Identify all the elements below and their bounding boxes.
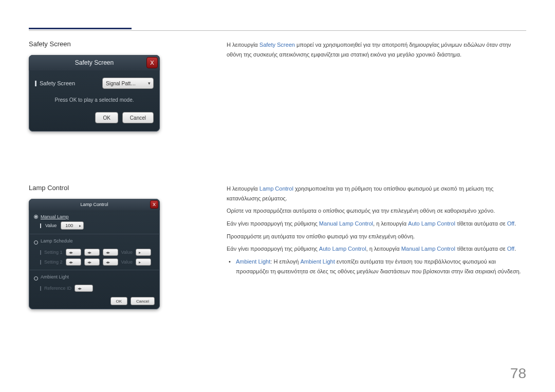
divider: [29, 270, 160, 270]
spinner[interactable]: ◂▸: [84, 258, 100, 266]
reference-id-row: Reference ID ◂▸: [40, 285, 155, 292]
lamp-p5: Εάν γίνει προσαρμογή της ρύθμισης Auto L…: [227, 244, 526, 254]
safety-hint: Press OK to play a selected mode.: [35, 97, 154, 103]
safety-select[interactable]: Signal Patt…: [102, 78, 154, 89]
safety-field-label-text: Safety Screen: [40, 80, 75, 86]
reference-id-label: Reference ID: [44, 286, 71, 291]
header-accent-rule: [29, 28, 132, 29]
off-term: Off: [507, 246, 514, 252]
lamp-p4: Προσαρμόστε μη αυτόματα τον οπίσθιο φωτι…: [227, 232, 526, 241]
spinner[interactable]: ◂▸: [66, 249, 81, 256]
left-column: Safety Screen Safety Screen X Safety Scr…: [29, 40, 160, 132]
safety-window-title: Safety Screen: [75, 59, 114, 66]
radio-on-icon[interactable]: [34, 215, 38, 219]
close-button[interactable]: X: [150, 200, 158, 209]
divider: [29, 234, 160, 234]
safety-buttons: OK Cancel: [35, 112, 154, 126]
safety-window-body: Safety Screen Signal Patt… Press OK to p…: [29, 70, 160, 132]
spinner[interactable]: ◂▸: [103, 249, 118, 256]
safety-description: Η λειτουργία Safety Screen μπορεί να χρη…: [227, 40, 526, 62]
lamp-schedule-label: Lamp Schedule: [41, 238, 73, 244]
value-spinner[interactable]: 100 ▸: [61, 221, 84, 230]
lamp-window-body: Manual Lamp Value 100 ▸ Lamp Schedule: [29, 210, 160, 309]
safety-desc-paragraph: Η λειτουργία Safety Screen μπορεί να χρη…: [227, 40, 526, 59]
manual-lamp-label: Manual Lamp: [41, 214, 69, 219]
manual-lamp-term: Manual Lamp Control: [401, 246, 455, 252]
lamp-p1: Η λειτουργία Lamp Control χρησιμοποιείτα…: [227, 184, 526, 203]
safety-select-value: Signal Patt…: [106, 81, 136, 86]
radio-off-icon[interactable]: [34, 240, 38, 245]
lamp-p2: Ορίστε να προσαρμόζεται αυτόματα ο οπίσθ…: [227, 206, 526, 216]
ambient-bullet-list: Ambient Light: Η επιλογή Ambient Light ε…: [227, 257, 526, 276]
auto-lamp-term: Auto Lamp Control: [408, 220, 455, 227]
auto-lamp-term: Auto Lamp Control: [319, 246, 366, 252]
close-button[interactable]: X: [146, 57, 158, 68]
ambient-bullet: Ambient Light: Η επιλογή Ambient Light ε…: [236, 257, 526, 276]
spinner-arrows: ▸: [77, 223, 83, 228]
value-display: 100: [61, 223, 77, 228]
lamp-window-titlebar: Lamp Control X: [29, 199, 160, 210]
safety-field-label: Safety Screen: [35, 80, 75, 86]
lamp-term: Lamp Control: [260, 185, 293, 192]
document-page: Safety Screen Safety Screen X Safety Scr…: [0, 0, 555, 322]
cancel-button[interactable]: Cancel: [122, 112, 154, 123]
spinner[interactable]: ◂▸: [75, 285, 93, 292]
ambient-term: Ambient Light: [236, 258, 270, 265]
marker-icon: [40, 260, 41, 265]
close-icon: X: [150, 60, 154, 66]
ok-button[interactable]: OK: [95, 112, 118, 123]
setting1-label: Setting 1: [44, 250, 63, 255]
left-column: Lamp Control Lamp Control X Manual Lamp: [29, 184, 160, 309]
spinner[interactable]: ◂▸: [84, 249, 100, 256]
lamp-p3: Εάν γίνει προσαρμογή της ρύθμισης Manual…: [227, 219, 526, 229]
safety-title: Safety Screen: [29, 40, 160, 48]
ambient-light-row: Ambient Light: [34, 274, 155, 283]
manual-lamp-row: Manual Lamp: [34, 214, 155, 219]
safety-field-row: Safety Screen Signal Patt…: [35, 78, 154, 89]
marker-icon: [35, 81, 36, 86]
section-spacer: [29, 132, 526, 184]
off-term: Off: [507, 220, 514, 227]
value-label: Value: [45, 223, 57, 228]
ambient-term: Ambient Light: [300, 258, 335, 265]
lamp-window-title: Lamp Control: [80, 202, 108, 207]
ok-button[interactable]: OK: [110, 297, 128, 305]
safety-term: Safety Screen: [260, 42, 295, 48]
schedule-setting2-row: Setting 2 ◂▸ ◂▸ ◂▸ Value ▸: [40, 258, 155, 266]
schedule-setting1-row: Setting 1 ◂▸ ◂▸ ◂▸ Value ▸: [40, 249, 155, 256]
setting2-label: Setting 2: [44, 259, 63, 265]
close-icon: X: [153, 202, 156, 207]
lamp-schedule-row: Lamp Schedule: [34, 238, 155, 247]
spinner[interactable]: ▸: [136, 258, 151, 266]
section-safety-screen: Safety Screen Safety Screen X Safety Scr…: [29, 40, 526, 132]
manual-lamp-term: Manual Lamp Control: [319, 220, 373, 227]
lamp-buttons: OK Cancel: [34, 297, 155, 305]
value-dim-label: Value: [121, 250, 133, 255]
header-divider: [29, 30, 526, 31]
spinner[interactable]: ▸: [136, 249, 151, 256]
ambient-light-label: Ambient Light: [41, 274, 69, 279]
lamp-window: Lamp Control X Manual Lamp Value 100: [29, 199, 160, 309]
marker-icon: [40, 286, 41, 291]
section-lamp-control: Lamp Control Lamp Control X Manual Lamp: [29, 184, 526, 309]
radio-off-icon[interactable]: [34, 276, 38, 281]
value-dim-label: Value: [121, 259, 133, 265]
value-row: Value 100 ▸: [40, 221, 155, 230]
page-number: 78: [510, 365, 526, 382]
safety-window-titlebar: Safety Screen X: [29, 55, 160, 70]
spinner[interactable]: ◂▸: [103, 258, 118, 266]
marker-icon: [40, 223, 41, 228]
marker-icon: [40, 250, 41, 255]
lamp-title: Lamp Control: [29, 184, 160, 192]
safety-window: Safety Screen X Safety Screen Signal Pat…: [29, 55, 160, 132]
lamp-description: Η λειτουργία Lamp Control χρησιμοποιείτα…: [227, 184, 526, 278]
spinner[interactable]: ◂▸: [66, 258, 81, 266]
cancel-button[interactable]: Cancel: [131, 297, 155, 305]
